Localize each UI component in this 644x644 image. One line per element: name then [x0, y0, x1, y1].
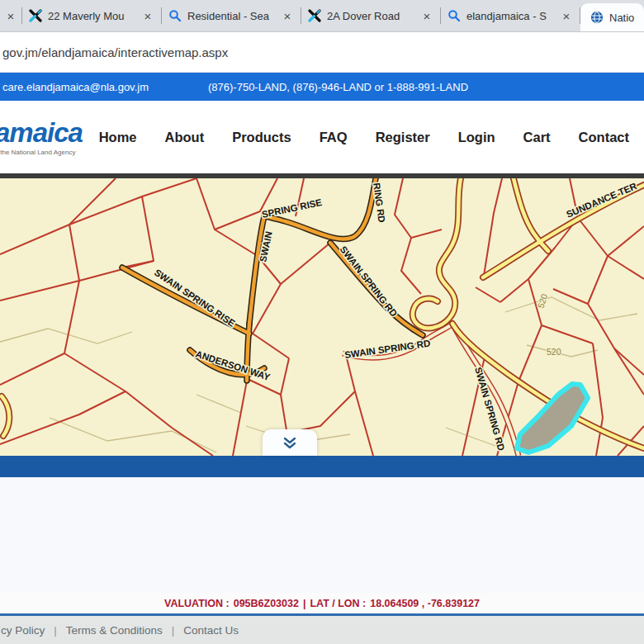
- browser-tab-strip: × 22 Maverly Mou × Residential - Sea × 2…: [0, 0, 644, 31]
- nav-item-about[interactable]: About: [165, 130, 205, 145]
- main-nav: Home About Products FAQ Register Login C…: [99, 130, 644, 145]
- tab-nla-active[interactable]: Natio: [580, 3, 644, 31]
- footer-separator: |: [54, 624, 57, 637]
- footer-link-privacy-policy[interactable]: cy Policy: [1, 624, 45, 637]
- map-label-elevation-520-b: 520: [547, 347, 561, 357]
- search-icon: [168, 9, 182, 22]
- footer-link-contact-us[interactable]: Contact Us: [183, 624, 239, 637]
- results-panel-body: [0, 477, 644, 593]
- double-chevron-down-icon: [282, 437, 297, 449]
- tab-dover-road[interactable]: 2A Dover Road ×: [301, 0, 440, 31]
- address-bar[interactable]: gov.jm/elandjamaica/interactivemap.aspx: [0, 45, 228, 59]
- tab-partial[interactable]: ×: [0, 0, 21, 31]
- contact-bar: care.elandjamaica@nla.gov.jm (876)-750-L…: [0, 73, 644, 101]
- nav-item-faq[interactable]: FAQ: [320, 130, 348, 145]
- tab-title: elandjamaica - S: [466, 10, 554, 22]
- tab-title: 22 Maverly Mou: [48, 10, 135, 22]
- nav-item-login[interactable]: Login: [458, 130, 495, 145]
- site-header: amaica y the National Land Agency Home A…: [0, 101, 644, 173]
- results-panel-header: [0, 456, 644, 477]
- expand-panel-button[interactable]: [263, 429, 317, 456]
- tab-close-icon[interactable]: ×: [141, 10, 154, 22]
- status-divider: |: [303, 598, 306, 609]
- site-logo-text: amaica: [0, 119, 99, 146]
- tab-close-icon[interactable]: ×: [560, 10, 573, 22]
- nla-globe-icon: [590, 11, 604, 24]
- tab-residential[interactable]: Residential - Sea ×: [162, 0, 301, 31]
- search-icon: [447, 9, 461, 22]
- nav-item-products[interactable]: Products: [232, 130, 291, 145]
- footer-link-terms-conditions[interactable]: Terms & Conditions: [66, 624, 163, 637]
- nav-item-contact[interactable]: Contact: [579, 130, 629, 145]
- footer-separator: |: [172, 624, 175, 637]
- interactive-map[interactable]: SWAIN SPRING RISE SWAIN SPRING RISE RING…: [0, 178, 644, 456]
- nav-item-register[interactable]: Register: [376, 130, 430, 145]
- contact-email-link[interactable]: care.elandjamaica@nla.gov.jm: [2, 81, 149, 93]
- nav-item-cart[interactable]: Cart: [523, 130, 551, 145]
- tab-elandjamaica-search[interactable]: elandjamaica - S ×: [441, 0, 580, 31]
- tab-close-icon[interactable]: ×: [420, 10, 433, 22]
- parcel-map-canvas[interactable]: SWAIN SPRING RISE SWAIN SPRING RISE RING…: [0, 178, 644, 456]
- tab-title: Natio: [609, 12, 637, 24]
- x-logo-icon: [29, 9, 42, 22]
- latlon-value: 18.064509 , -76.839127: [370, 598, 480, 609]
- parcel-status-bar: VALUATION : 095B6Z03032 | LAT / LON : 18…: [0, 593, 644, 613]
- site-logo[interactable]: amaica y the National Land Agency: [0, 119, 99, 156]
- nav-item-home[interactable]: Home: [99, 130, 137, 145]
- tab-title: 2A Dover Road: [327, 10, 414, 22]
- tab-close-icon[interactable]: ×: [281, 10, 294, 22]
- contact-phones: (876)-750-LAND, (876)-946-LAND or 1-888-…: [208, 81, 468, 93]
- site-footer: cy Policy | Terms & Conditions | Contact…: [0, 616, 644, 644]
- tab-close-icon[interactable]: ×: [4, 10, 17, 22]
- latlon-label: LAT / LON :: [310, 598, 366, 609]
- browser-toolbar: gov.jm/elandjamaica/interactivemap.aspx: [0, 31, 644, 73]
- site-logo-tagline: y the National Land Agency: [0, 149, 99, 156]
- x-logo-icon: [308, 9, 321, 22]
- valuation-label: VALUATION :: [164, 598, 230, 609]
- tab-title: Residential - Sea: [187, 10, 275, 22]
- valuation-value: 095B6Z03032: [234, 598, 299, 609]
- tab-maverly[interactable]: 22 Maverly Mou ×: [22, 0, 161, 31]
